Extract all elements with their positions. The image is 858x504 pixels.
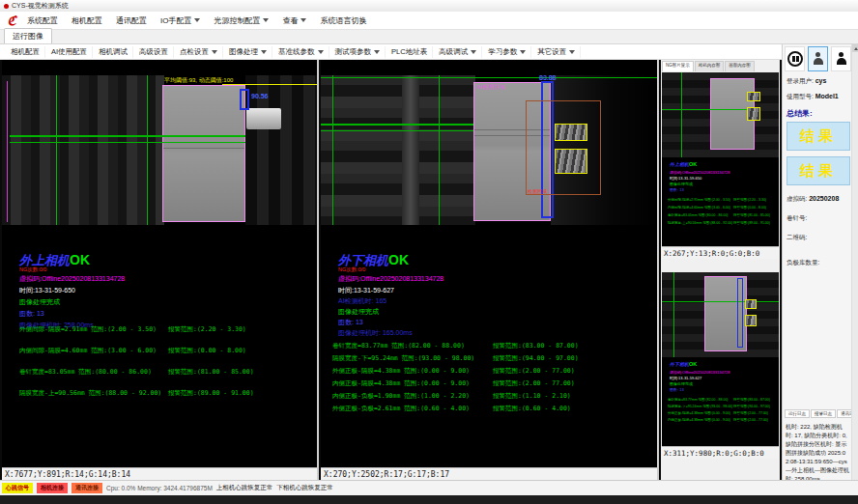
tab-run-log[interactable]: 运行日志 (785, 409, 810, 418)
alarm-range: 报警范围:(1.10 - 2.10) (493, 392, 571, 401)
menu-light-config[interactable]: 光源控制配置 (208, 14, 274, 28)
image-count-label: 图数: 13 (19, 309, 44, 319)
heartbeat-message-upper: 上相机心跳恢复正常 (216, 484, 273, 492)
ng-count-label: NG次数:0/0 (19, 266, 46, 273)
thumbnail-upper[interactable]: 外上相机OK 虚拟码:Offline20250208133134728 时间:1… (662, 72, 779, 259)
tool-baseline-params[interactable]: 基准线参数 (273, 46, 329, 58)
menu-system-config[interactable]: 系统配置 (21, 14, 64, 28)
alarm-range: 报警范围:(83.00 - 87.00) (493, 342, 579, 350)
measure-value-label: 90.56 (251, 93, 269, 99)
tab-alarm-log[interactable]: 报警日志 (811, 409, 836, 418)
menu-comm-config[interactable]: 通讯配置 (110, 14, 153, 28)
thumbnail-tabs: NG图片显示 相机内存图 画面内存图 (661, 60, 780, 71)
side-panel: 登录用户: cys 使用型号: Model1 总结果: 结果 结果 虚拟码: 2… (782, 44, 858, 496)
measurement-row: 外侧间隙-隔膜=2.91mm 范围:(2.00 - 3.50) (19, 325, 157, 334)
alarm-range: 报警范围:(0.00 - 8.00) (168, 347, 246, 355)
virtual-code-value: 20250208 (809, 195, 839, 202)
overlay-line (439, 75, 440, 225)
toolbar: 相机配置 AI使用配置 相机调试 高级设置 点检设置 图像处理 基准线参数 测试… (0, 44, 783, 60)
measurement-row: 卷针宽度=83.77mm 范围:(82.00 - 88.00) (332, 342, 465, 350)
tab-ng-images[interactable]: NG图片显示 (662, 61, 694, 71)
chevron-down-icon (263, 18, 269, 22)
camera-image-lower[interactable]: AI检测区域 83.88 检测区域 (321, 75, 657, 225)
thumb-time: 时间:13-31-59-627 (670, 376, 701, 380)
measurement-row: 外侧正极-隔膜=4.38mm 范围:(0.00 - 9.00) (332, 367, 470, 376)
login-user-button[interactable] (808, 46, 828, 71)
alarm-range: 报警范围:(2.20 - 3.30) (168, 325, 246, 334)
measurement-row: 内侧正极-隔膜=4.38mm 范围:(0.00 - 9.00) (332, 379, 470, 388)
camera-view-upper[interactable]: 平均阈值:93, 动态阈值:100 90.56 外上相机OK NG次数:0/0 … (2, 60, 319, 480)
camera-name: 外上相机 (19, 253, 70, 267)
control-buttons (785, 46, 858, 71)
alarm-range: 报警范围:(89.00 - 91.00) (168, 389, 254, 398)
thumbnail-column: NG图片显示 相机内存图 画面内存图 外上相机OK 虚拟码:Offline202… (661, 60, 780, 480)
threshold-label: 平均阈值:93, 动态阈值:100 (164, 77, 233, 84)
menu-camera-config[interactable]: 相机配置 (66, 14, 108, 28)
app-window: CYS-视觉检测系统 ℭ 系统配置 相机配置 通讯配置 IO手配置 光源控制配置… (0, 0, 858, 504)
alarm-range: 报警范围:(2.00 - 77.00) (493, 379, 575, 388)
part-connector (246, 108, 281, 129)
app-logo-icon: ℭ (4, 14, 19, 28)
window-bottom-edge (0, 495, 858, 504)
thumbnail-lower[interactable]: 外下相机OK 虚拟码:Offline20250208133134728 时间:1… (662, 272, 779, 459)
measurement-row: 内侧间隙-隔膜=4.60mm 范围:(3.00 - 6.00) (19, 347, 157, 355)
result-ok-badge: OK (388, 252, 409, 267)
log-text: 机时: 222, 缺陷检测机时: 17, 缺陷分类机时: 0, 缺陷拼接分区机时… (786, 423, 849, 484)
overlay-line (321, 77, 657, 78)
tool-test-params[interactable]: 测试项参数 (330, 46, 386, 58)
tool-image-processing[interactable]: 图像处理 (224, 46, 272, 58)
tool-point-settings[interactable]: 点检设置 (175, 46, 223, 58)
time-label: 时间:13-31-59-650 (19, 286, 75, 295)
panel-scrollbar[interactable] (851, 44, 858, 496)
thumb-done: 图像处理完成 (670, 182, 693, 186)
tool-learning-params[interactable]: 学习参数 (483, 46, 531, 58)
detect-region-label: 检测区域 (528, 188, 547, 195)
result-box-2: 结果 (786, 156, 850, 185)
tool-camera-config[interactable]: 相机配置 (6, 46, 45, 58)
ng-count-label: NG次数:0/0 (338, 266, 365, 273)
menu-io-config[interactable]: IO手配置 (155, 14, 206, 28)
tab-run-image[interactable]: 运行图像 (4, 28, 52, 43)
chevron-down-icon (194, 18, 200, 22)
tool-advanced-settings[interactable]: 高级设置 (134, 46, 174, 58)
measurement-row: 内侧正极-负极=1.90mm 范围:(1.00 - 2.20) (332, 392, 470, 401)
virtual-code-field: 虚拟码: 20250208 (786, 195, 839, 204)
measurement-row: 隔膜宽度-下=95.24mm 范围:(93.00 - 98.00) (332, 354, 474, 363)
heartbeat-message-lower: 下相机心跳恢复正常 (276, 484, 333, 492)
ai-time-label: AI检测机时: 165 (338, 296, 386, 306)
tool-advanced-debug[interactable]: 高级调试 (434, 46, 482, 58)
pause-button[interactable] (785, 46, 805, 71)
scroll-up-icon[interactable] (852, 44, 858, 52)
overlay-line (332, 75, 333, 225)
tab-camera-memory[interactable]: 相机内存图 (695, 61, 725, 71)
switch-user-button[interactable] (831, 46, 851, 71)
window-title: CYS-视觉检测系统 (12, 1, 69, 11)
machine-texture (402, 75, 419, 225)
tool-other-settings[interactable]: 其它设置 (532, 46, 581, 58)
login-user-field: 登录用户: cys (786, 77, 826, 86)
stock-count-field: 负极库数量: (786, 259, 819, 267)
camera-view-lower[interactable]: AI检测区域 83.88 检测区域 外下相机OK NG次数:0/0 虚拟码:Of… (321, 60, 659, 480)
heartbeat-badge: 心跳信号 (2, 483, 33, 493)
overlay-line (10, 142, 245, 143)
virtual-code-label: 虚拟码:Offline20250208133134728 (338, 274, 443, 284)
qr-code-field: 二维码: (786, 234, 807, 242)
main-content: 平均阈值:93, 动态阈值:100 90.56 外上相机OK NG次数:0/0 … (0, 60, 858, 480)
thumb-pixel-status: X:267;Y:13;R:0;G:0;B:0 (662, 246, 779, 259)
menu-view[interactable]: 查看 (276, 14, 312, 28)
app-icon (4, 4, 9, 9)
thumb-time: 时间:13-31-59-650 (670, 176, 701, 181)
tool-camera-debug[interactable]: 相机调试 (94, 46, 133, 58)
pause-icon (787, 51, 803, 67)
total-result-label: 总结果: (786, 108, 813, 119)
tab-screen-memory[interactable]: 画面内存图 (725, 61, 755, 71)
tool-ai-config[interactable]: AI使用配置 (46, 46, 93, 58)
tool-plc-address[interactable]: PLC地址表 (386, 46, 433, 58)
menu-language-switch[interactable]: 系统语言切换 (314, 14, 372, 28)
camera-image-upper[interactable]: 平均阈值:93, 动态阈值:100 90.56 (2, 75, 317, 225)
user-icon (813, 52, 824, 66)
chevron-down-icon (300, 18, 306, 22)
thumb-count: 图数: 13 (670, 187, 684, 192)
cursor-pixel-status: X:7677;Y:891;R:14;G:14;B:14 (2, 467, 317, 480)
chevron-down-icon (569, 50, 575, 54)
